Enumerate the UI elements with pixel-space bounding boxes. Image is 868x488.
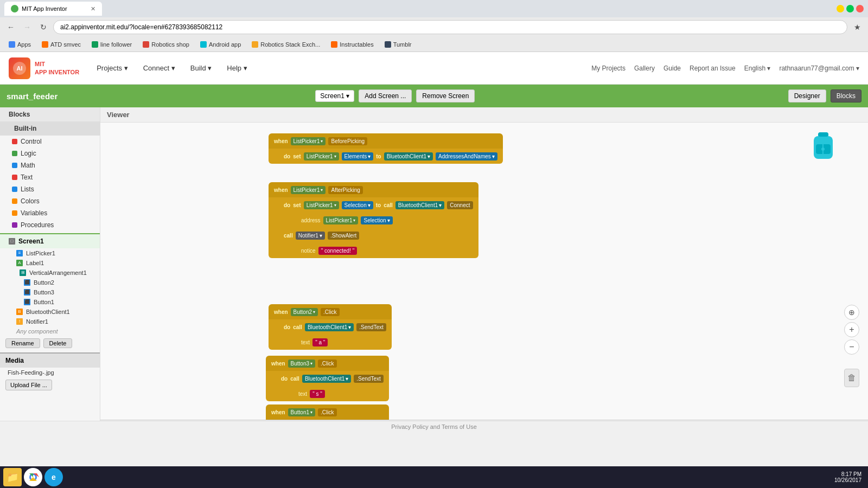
screen-selector[interactable]: Screen1 ▾ (315, 90, 354, 102)
btn2-text-val[interactable]: " a " (312, 338, 328, 346)
designer-btn[interactable]: Designer (788, 89, 826, 102)
sidebar-item-variables[interactable]: Variables (0, 207, 100, 219)
blocks-btn[interactable]: Blocks (831, 89, 861, 102)
sidebar-item-text[interactable]: Text (0, 171, 100, 183)
lp1-set-tag[interactable]: ListPicker1 ▾ (304, 201, 339, 209)
viewer-content[interactable]: when ListPicker1 ▾ BeforePicking do set … (100, 123, 868, 420)
bookmark-tumblr[interactable]: Tumblr (380, 40, 416, 49)
sidebar-item-lists[interactable]: Lists (0, 183, 100, 195)
bookmark-linefollower[interactable]: line follower (87, 40, 136, 49)
address-bar[interactable] (53, 20, 847, 34)
notifier1-call-tag[interactable]: Notifier1 ▾ (296, 232, 325, 240)
language-select[interactable]: English ▾ (744, 65, 771, 72)
sidebar-item-logic[interactable]: Logic (0, 147, 100, 159)
tab-close-btn[interactable]: ✕ (91, 5, 95, 12)
to-kw-1: to (376, 153, 381, 159)
btclient1-tag[interactable]: BluetoothClient1 ▾ (384, 152, 433, 160)
block-button3-click[interactable]: when Button3 ▾ .Click do call BluetoothC… (266, 356, 389, 401)
browser-tab[interactable]: MIT App Inventor ✕ (4, 2, 102, 16)
addresses-prop[interactable]: AddressesAndNames ▾ (436, 152, 497, 160)
nav-connect[interactable]: Connect ▾ (137, 61, 182, 75)
btn2-click-event[interactable]: .Click (321, 308, 339, 316)
trash-icon[interactable]: 🗑 (844, 369, 859, 387)
sidebar-item-math[interactable]: Math (0, 159, 100, 171)
reload-btn[interactable]: ↻ (37, 21, 50, 34)
bookmark-label-ro: Robotics shop (151, 41, 189, 48)
btn1-click-event[interactable]: .Click (318, 408, 336, 416)
add-screen-btn[interactable]: Add Screen ... (359, 89, 412, 102)
beforepicking-event[interactable]: BeforePicking (328, 137, 367, 145)
listpicker1-when-tag[interactable]: ListPicker1 ▾ (291, 137, 326, 145)
connect-method[interactable]: Connect (447, 201, 473, 209)
nav-help[interactable]: Help ▾ (220, 61, 253, 75)
notifier1-item[interactable]: ! Notifier1 (0, 317, 100, 326)
user-menu[interactable]: rathnaarun77@gmail.com ▾ (779, 65, 859, 72)
btn3-when-tag[interactable]: Button3 ▾ (288, 359, 315, 368)
zoom-out-btn[interactable]: − (844, 339, 859, 355)
selection-prop[interactable]: Selection ▾ (342, 201, 373, 209)
zoom-in-btn[interactable]: + (844, 322, 859, 337)
sidebar-item-control[interactable]: Control (0, 136, 100, 147)
button3-item[interactable]: ⬛ Button3 (0, 287, 100, 297)
block-listpicker-beforepicking[interactable]: when ListPicker1 ▾ BeforePicking do set … (269, 133, 503, 164)
close-btn[interactable] (856, 5, 864, 12)
listpicker1-item[interactable]: ≡ ListPicker1 (0, 248, 100, 258)
bookmark-btn[interactable]: ★ (851, 21, 864, 34)
btn3-click-event[interactable]: .Click (318, 359, 336, 368)
delete-btn[interactable]: Delete (43, 338, 73, 348)
rename-btn[interactable]: Rename (5, 338, 40, 348)
lp1-addr-tag[interactable]: ListPicker1 ▾ (323, 216, 359, 224)
lp1-after-tag[interactable]: ListPicker1 ▾ (291, 186, 326, 194)
showalert-method[interactable]: .ShowAlert (328, 232, 359, 240)
sendtext2-method[interactable]: .SendText (356, 323, 386, 331)
block-listpicker-afterpicking[interactable]: when ListPicker1 ▾ AfterPicking do set L… (269, 182, 478, 258)
bt-sendtext3-tag[interactable]: BluetoothClient1 ▾ (302, 375, 351, 383)
taskbar-files-icon[interactable]: 📁 (3, 468, 22, 486)
btn2-when-tag[interactable]: Button2 ▾ (291, 308, 318, 316)
connected-string[interactable]: " connected! " (318, 247, 358, 255)
btn1-when-tag[interactable]: Button1 ▾ (288, 408, 315, 416)
remove-screen-btn[interactable]: Remove Screen (416, 89, 475, 102)
my-projects-link[interactable]: My Projects (591, 65, 626, 72)
btn3-text-val[interactable]: " s " (310, 390, 325, 398)
block-button2-click[interactable]: when Button2 ▾ .Click do call BluetoothC… (269, 304, 392, 350)
sidebar-item-colors[interactable]: Colors (0, 195, 100, 207)
button1-item[interactable]: ⬛ Button1 (0, 297, 100, 307)
button2-item[interactable]: ⬛ Button2 (0, 278, 100, 287)
sidebar-item-procedures[interactable]: Procedures (0, 219, 100, 231)
bt-connect-tag[interactable]: BluetoothClient1 ▾ (395, 201, 444, 209)
nav-projects[interactable]: Projects ▾ (90, 61, 135, 75)
guide-link[interactable]: Guide (663, 65, 681, 72)
taskbar-chrome-icon[interactable] (24, 468, 42, 486)
bookmark-robotics[interactable]: Robotics shop (138, 40, 194, 49)
sendtext3-method[interactable]: .SendText (354, 375, 383, 383)
maximize-btn[interactable] (846, 5, 854, 12)
block-button1-click[interactable]: when Button1 ▾ .Click do call BluetoothC… (266, 404, 389, 420)
bookmark-android[interactable]: Android app (196, 40, 245, 49)
elements-prop[interactable]: Elements ▾ (342, 152, 374, 160)
nav-build[interactable]: Build ▾ (184, 61, 219, 75)
any-component-item[interactable]: Any component (0, 326, 100, 336)
screen1-header[interactable]: □ Screen1 (0, 234, 100, 248)
report-link[interactable]: Report an Issue (690, 65, 736, 72)
back-btn[interactable]: ← (4, 21, 17, 34)
lp1-el-tag[interactable]: ListPicker1 ▾ (304, 152, 339, 160)
gallery-link[interactable]: Gallery (634, 65, 655, 72)
afterpicking-event[interactable]: AfterPicking (328, 186, 362, 194)
minimize-btn[interactable] (837, 5, 844, 12)
forward-btn[interactable]: → (21, 21, 34, 34)
label1-item[interactable]: A Label1 (0, 258, 100, 268)
bluetoothclient1-item[interactable]: B BluetoothClient1 (0, 307, 100, 317)
bookmark-apps[interactable]: Apps (4, 40, 35, 49)
bt-sendtext2-tag[interactable]: BluetoothClient1 ▾ (305, 323, 354, 331)
bookmark-stack[interactable]: Robotics Stack Exch... (247, 40, 324, 49)
zoom-target-btn[interactable]: ⊕ (844, 305, 859, 320)
verticalarrangement1-item[interactable]: ⊞ VerticalArrangement1 (0, 268, 100, 278)
bookmark-instructables[interactable]: Instructables (327, 40, 378, 49)
builtin-header[interactable]: Built-in (0, 121, 100, 136)
upload-btn[interactable]: Upload File ... (5, 380, 52, 390)
selection-addr-prop[interactable]: Selection ▾ (361, 216, 392, 224)
blocks-section-header[interactable]: Blocks (0, 107, 100, 121)
bookmark-atd[interactable]: ATD smvec (37, 40, 85, 49)
taskbar-ie-icon[interactable]: e (44, 468, 63, 486)
